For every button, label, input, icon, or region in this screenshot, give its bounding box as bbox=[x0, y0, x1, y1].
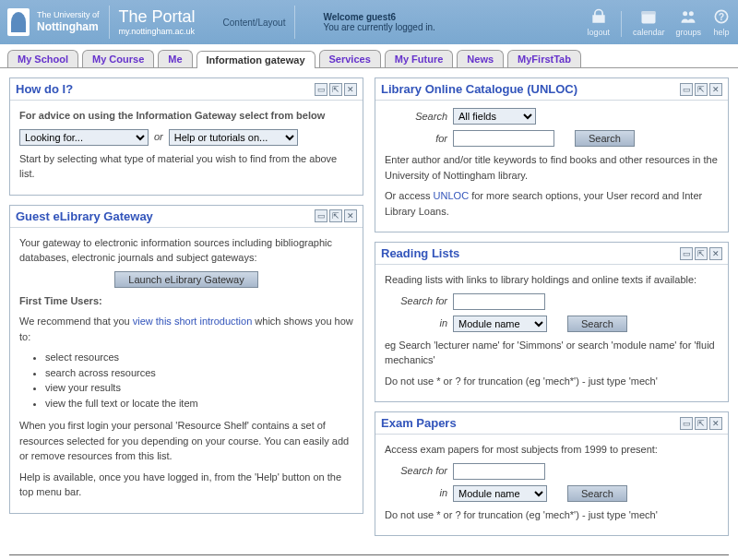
tab-my-future[interactable]: My Future bbox=[385, 50, 454, 67]
unloc-search-button[interactable]: Search bbox=[575, 130, 635, 147]
portlet-title[interactable]: How do I? bbox=[16, 82, 73, 96]
logout-icon bbox=[589, 7, 608, 26]
help-tutorials-select[interactable]: Help or tutorials on... bbox=[169, 129, 298, 146]
launch-elibrary-button[interactable]: Launch eLibrary Gateway bbox=[114, 271, 257, 288]
svg-rect-1 bbox=[642, 11, 656, 14]
unloc-portlet: Library Online Catalogue (UNLOC) ▭ ⇱ ✕ S… bbox=[375, 77, 729, 232]
portlet-title[interactable]: Reading Lists bbox=[381, 246, 459, 260]
elib-intro: Your gateway to electronic information s… bbox=[19, 235, 353, 266]
list-item: view your results bbox=[45, 380, 353, 396]
reading-in-row: in Module name Search bbox=[385, 316, 719, 332]
portal-title-block: The Portal my.nottingham.ac.uk bbox=[119, 7, 196, 37]
portlet-controls: ▭ ⇱ ✕ bbox=[680, 83, 722, 96]
exam-note: Do not use * or ? for truncation (eg 'me… bbox=[385, 507, 719, 523]
list-item: view the full text or locate the item bbox=[45, 396, 353, 411]
logged-in-text: You are currently logged in. bbox=[323, 22, 434, 32]
maximize-icon[interactable]: ⇱ bbox=[329, 209, 342, 222]
portlet-controls: ▭ ⇱ ✕ bbox=[315, 83, 357, 96]
reading-eg: eg Search 'lecturer name' for 'Simmons' … bbox=[385, 338, 719, 368]
elibrary-portlet: Guest eLibrary Gateway ▭ ⇱ ✕ Your gatewa… bbox=[9, 205, 363, 514]
looking-for-select[interactable]: Looking for... bbox=[19, 129, 149, 146]
unloc-search-input[interactable] bbox=[453, 130, 554, 147]
footer: Copyright © 2004 The University of Notti… bbox=[9, 554, 729, 560]
minimize-icon[interactable]: ▭ bbox=[315, 83, 327, 96]
exam-search-button[interactable]: Search bbox=[567, 485, 627, 502]
tab-myfirsttab[interactable]: MyFirstTab bbox=[507, 50, 581, 67]
exam-intro: Access exam papers for most subjects fro… bbox=[385, 442, 719, 458]
exam-papers-portlet: Exam Papers ▭ ⇱ ✕ Access exam papers for… bbox=[375, 411, 729, 536]
tab-my-course[interactable]: My Course bbox=[82, 50, 154, 67]
reading-search-button[interactable]: Search bbox=[567, 316, 627, 332]
logout-button[interactable]: logout bbox=[587, 7, 610, 37]
portlet-controls: ▭ ⇱ ✕ bbox=[680, 247, 722, 260]
tab-me[interactable]: Me bbox=[158, 50, 192, 67]
in-label: in bbox=[385, 485, 447, 501]
header-icons: logout calendar groups ? help bbox=[587, 7, 731, 37]
list-item: search across resources bbox=[45, 365, 353, 381]
howdoi-hint: Start by selecting what type of material… bbox=[19, 151, 353, 182]
portlet-title[interactable]: Guest eLibrary Gateway bbox=[16, 209, 153, 223]
tab-my-school[interactable]: My School bbox=[7, 50, 78, 67]
tab-services[interactable]: Services bbox=[319, 50, 381, 67]
minimize-icon[interactable]: ▭ bbox=[315, 209, 327, 222]
portlet-body: Your gateway to electronic information s… bbox=[10, 228, 363, 513]
maximize-icon[interactable]: ⇱ bbox=[695, 83, 708, 96]
left-column: How do I? ▭ ⇱ ✕ For advice on using the … bbox=[9, 77, 363, 536]
unloc-field-select[interactable]: All fields bbox=[453, 108, 536, 125]
close-icon[interactable]: ✕ bbox=[709, 247, 722, 260]
elib-para2: When you first login your personal 'Reso… bbox=[19, 418, 353, 464]
or-text: or bbox=[154, 129, 163, 145]
view-intro-link[interactable]: view this short introduction bbox=[133, 316, 253, 327]
howdoi-portlet: How do I? ▭ ⇱ ✕ For advice on using the … bbox=[9, 77, 363, 196]
unloc-for-row: for Search bbox=[385, 130, 719, 147]
content-layout-link[interactable]: Content/Layout bbox=[223, 18, 286, 28]
university-prefix: The University of bbox=[37, 10, 100, 20]
minimize-icon[interactable]: ▭ bbox=[680, 247, 693, 260]
reading-search-input[interactable] bbox=[453, 293, 545, 310]
welcome-label: Welcome guest6 bbox=[323, 12, 434, 22]
right-column: Library Online Catalogue (UNLOC) ▭ ⇱ ✕ S… bbox=[375, 77, 729, 536]
reading-intro: Reading lists with links to library hold… bbox=[385, 272, 719, 288]
help-button[interactable]: ? help bbox=[712, 7, 731, 37]
close-icon[interactable]: ✕ bbox=[344, 209, 357, 222]
calendar-icon bbox=[639, 7, 658, 26]
reading-search-row: Search for bbox=[385, 293, 719, 310]
groups-button[interactable]: groups bbox=[675, 7, 701, 37]
maximize-icon[interactable]: ⇱ bbox=[695, 417, 708, 430]
portlet-title[interactable]: Library Online Catalogue (UNLOC) bbox=[381, 82, 577, 96]
recommend-text: We recommend that you view this short in… bbox=[19, 314, 353, 344]
close-icon[interactable]: ✕ bbox=[344, 83, 357, 96]
minimize-icon[interactable]: ▭ bbox=[680, 417, 693, 430]
reading-in-select[interactable]: Module name bbox=[453, 316, 547, 332]
tab-information-gateway[interactable]: Information gateway bbox=[196, 51, 315, 68]
exam-search-row: Search for bbox=[385, 463, 719, 480]
divider bbox=[621, 11, 622, 37]
close-icon[interactable]: ✕ bbox=[709, 83, 722, 96]
howdoi-intro: For advice on using the Information Gate… bbox=[19, 108, 353, 124]
groups-label: groups bbox=[675, 28, 701, 37]
reading-lists-portlet: Reading Lists ▭ ⇱ ✕ Reading lists with l… bbox=[375, 242, 729, 402]
hint2-pre: Or access bbox=[385, 190, 434, 201]
portlet-body: Access exam papers for most subjects fro… bbox=[375, 435, 728, 535]
unloc-link[interactable]: UNLOC bbox=[434, 190, 470, 201]
tab-news[interactable]: News bbox=[457, 50, 504, 67]
tab-bar: My School My Course Me Information gatew… bbox=[0, 44, 738, 68]
minimize-icon[interactable]: ▭ bbox=[680, 83, 693, 96]
portlet-controls: ▭ ⇱ ✕ bbox=[680, 417, 722, 430]
first-time-heading: First Time Users: bbox=[19, 293, 353, 309]
portlet-header: Exam Papers ▭ ⇱ ✕ bbox=[375, 412, 728, 435]
portlet-title[interactable]: Exam Papers bbox=[381, 416, 457, 430]
maximize-icon[interactable]: ⇱ bbox=[329, 83, 342, 96]
exam-in-select[interactable]: Module name bbox=[453, 485, 547, 502]
logo-block: The University of Nottingham bbox=[7, 8, 100, 36]
portlet-header: Library Online Catalogue (UNLOC) ▭ ⇱ ✕ bbox=[375, 78, 728, 101]
content-area: How do I? ▭ ⇱ ✕ For advice on using the … bbox=[0, 68, 738, 545]
maximize-icon[interactable]: ⇱ bbox=[695, 247, 708, 260]
svg-point-2 bbox=[683, 11, 687, 16]
exam-search-input[interactable] bbox=[453, 463, 545, 480]
list-item: select resources bbox=[45, 350, 353, 365]
calendar-button[interactable]: calendar bbox=[633, 7, 665, 37]
searchfor-label: Search for bbox=[385, 463, 447, 479]
divider bbox=[109, 6, 110, 39]
close-icon[interactable]: ✕ bbox=[709, 417, 722, 430]
